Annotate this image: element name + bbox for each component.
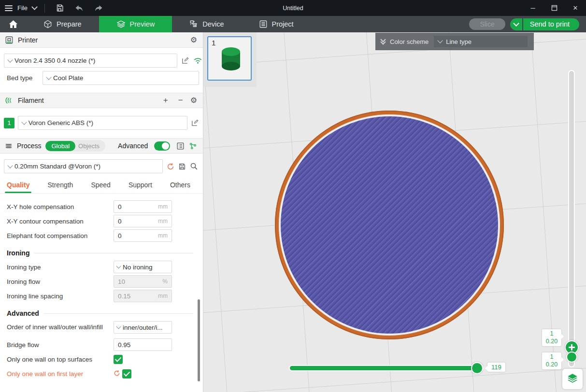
send-to-print-button[interactable]: Send to print [523,18,579,30]
param-row: Elephant foot compensation 0 mm [7,228,203,243]
sliced-layer-top-view[interactable] [275,111,504,339]
param-row: Only one wall on first layer [7,366,203,381]
process-graph-icon[interactable] [189,142,197,150]
filament-settings-gear-icon[interactable]: ⚙ [190,97,197,104]
param-row: Ironing line spacing 0.15 mm [7,289,203,303]
color-scheme-select[interactable]: Line type [433,35,528,48]
file-menu[interactable]: File [17,4,28,12]
tab-project[interactable]: Project [242,16,311,32]
layer-slider-lower-handle[interactable] [566,351,577,363]
process-section-header: Process Global Objects Advanced [0,138,203,154]
param-row: Ironing flow 10 % [7,274,203,289]
layer-slider-track[interactable] [568,70,575,367]
undo-icon[interactable] [72,2,86,14]
layers-icon [566,373,579,385]
remove-filament-button[interactable]: − [175,96,186,105]
only-one-wall-top-checkbox[interactable] [114,355,123,364]
layer-tooltip-bottom: 1 0.20 [542,352,561,369]
cube-icon [43,20,52,28]
color-scheme-label: Color scheme [390,38,429,45]
advanced-toggle[interactable] [154,141,170,151]
wall-order-select[interactable]: inner/outer/i... [114,321,172,334]
ironing-type-select[interactable]: No ironing [114,261,172,273]
settings-panel: Printer ⚙ Voron 2.4 350 0.4 nozzle (*) B… [0,32,203,392]
collapse-icon[interactable] [381,40,385,44]
move-slider-value: 119 [487,363,505,372]
tab-speed[interactable]: Speed [91,180,110,193]
layers-icon [116,20,126,28]
xy-contour-compensation-input[interactable]: 0 mm [114,215,172,227]
add-filament-button[interactable]: + [160,96,171,105]
move-slider-track[interactable] [289,365,484,371]
filament-preset-select[interactable]: Voron Generic ABS (*) [18,116,187,130]
bed-type-label: Bed type [4,74,43,82]
redo-icon[interactable] [91,2,106,14]
chevron-down-icon [116,264,121,269]
tab-strength[interactable]: Strength [47,180,73,193]
title-bar: File Untitled ─ ✕ [0,0,586,16]
minimize-button[interactable]: ─ [522,0,543,16]
process-preset-select[interactable]: 0.20mm Standard @Voron (*) [4,159,163,173]
filament-slot-badge[interactable]: 1 [4,118,14,128]
param-row: Order of inner wall/outer wall/infill in… [7,320,203,335]
close-button[interactable]: ✕ [565,0,586,16]
panel-scrollbar[interactable] [198,299,200,381]
chevron-down-icon [46,74,51,80]
elephant-foot-compensation-input[interactable]: 0 mm [114,229,172,242]
save-preset-icon[interactable] [178,163,186,170]
color-scheme-bar: Color scheme Line type [375,33,534,50]
tab-device[interactable]: Device [172,16,241,32]
edit-printer-icon[interactable] [181,56,189,65]
move-slider-handle[interactable] [471,362,483,374]
infill-pattern [281,116,498,334]
search-icon[interactable] [190,162,198,170]
printer-icon [5,36,14,44]
param-row: Only one wall on top surfaces [7,352,203,366]
menu-icon[interactable] [5,5,13,11]
advanced-label: Advanced [118,142,148,150]
param-row: X-Y contour compensation 0 mm [7,214,203,228]
bed-type-select[interactable]: Cool Plate [43,71,199,85]
view-list-icon[interactable] [176,142,185,150]
revert-process-icon[interactable] [167,163,174,170]
tab-others[interactable]: Others [170,180,190,193]
printer-settings-gear-icon[interactable]: ⚙ [190,36,197,44]
filament-icon [5,96,14,105]
tab-support[interactable]: Support [129,180,152,193]
xy-hole-compensation-input[interactable]: 0 mm [114,200,172,213]
revert-setting-icon[interactable] [114,370,120,378]
wifi-icon[interactable] [193,57,202,64]
param-row: Ironing type No ironing [7,260,203,274]
tab-quality[interactable]: Quality [7,180,29,193]
printer-section-header: Printer ⚙ [0,32,203,48]
only-one-wall-first-checkbox[interactable] [122,369,131,378]
save-icon[interactable] [53,2,67,14]
global-option[interactable]: Global [45,141,75,151]
tab-prepare[interactable]: Prepare [26,16,99,32]
ironing-line-spacing-input: 0.15 mm [114,290,172,302]
filament-section-header: Filament + − ⚙ [0,93,203,108]
bridge-flow-input[interactable]: 0.95 [114,338,172,351]
edit-filament-icon[interactable] [191,119,199,127]
global-objects-switch[interactable]: Global Objects [45,140,105,152]
chevron-down-icon [438,38,443,43]
preview-viewport[interactable]: 1 Color scheme Line type 119 1 0.20 [203,32,586,392]
param-row: Bridge flow 0.95 [7,337,203,352]
maximize-button[interactable] [543,0,565,16]
printer-preset-select[interactable]: Voron 2.4 350 0.4 nozzle (*) [4,54,177,68]
param-row: X-Y hole compensation 0 mm [7,199,203,214]
ironing-section-title: Ironing [7,249,29,257]
advanced-section-title: Advanced [7,309,39,317]
send-dropdown-button[interactable] [510,18,522,30]
home-button[interactable] [0,16,26,32]
chevron-down-icon [21,119,27,125]
layers-view-button[interactable] [562,369,583,389]
objects-option[interactable]: Objects [75,141,105,151]
chevron-down-icon[interactable] [31,4,38,10]
tab-preview[interactable]: Preview [99,16,172,32]
plate-thumbnail[interactable]: 1 [207,36,252,81]
process-icon [5,142,13,150]
slice-button[interactable]: Slice [469,18,505,30]
layer-tooltip-top: 1 0.20 [542,329,561,346]
list-icon [259,20,268,28]
